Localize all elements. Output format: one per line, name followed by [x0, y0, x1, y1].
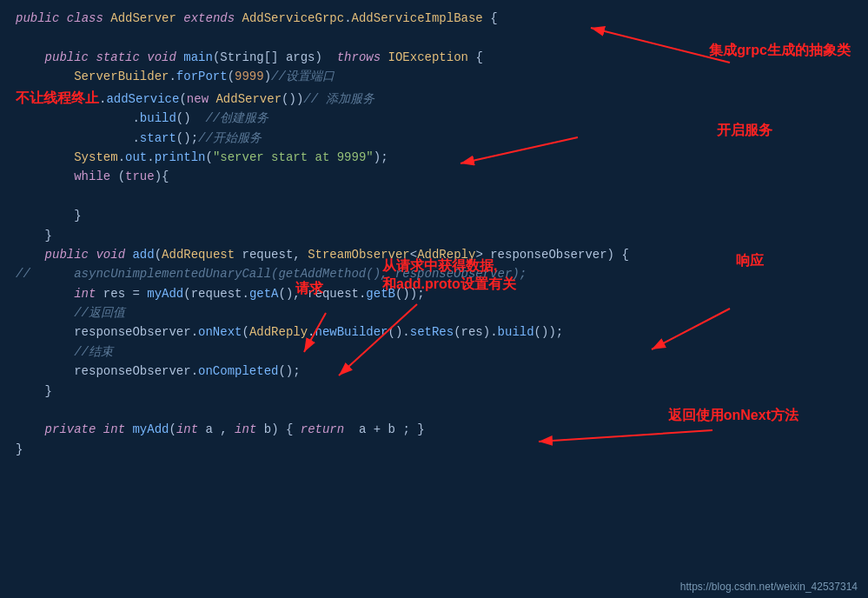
code-line-22: private int myAdd(int a , int b) { retur…	[16, 420, 859, 439]
code-line-15: int res = myAdd(request.getA(), request.…	[16, 284, 859, 303]
code-line-1: public class AddServer extends AddServic…	[16, 9, 859, 28]
code-line-23: }	[16, 440, 859, 459]
url-label: https://blog.csdn.net/weixin_42537314	[680, 581, 858, 593]
code-line-10	[16, 187, 859, 206]
code-area: public class AddServer extends AddServic…	[0, 0, 868, 598]
code-line-8: System.out.println("server start at 9999…	[16, 148, 859, 167]
code-line-19: responseObserver.onCompleted();	[16, 362, 859, 381]
code-line-20: }	[16, 382, 859, 401]
code-line-16: //返回值	[16, 303, 859, 322]
code-line-14: // asyncUnimplementedUnaryCall(getAddMet…	[16, 264, 859, 283]
code-line-7: .start();//开始服务	[16, 129, 859, 148]
code-line-6: .build() //创建服务	[16, 109, 859, 128]
code-line-2	[16, 28, 859, 47]
code-line-11: }	[16, 206, 859, 225]
code-line-4: ServerBuilder.forPort(9999)//设置端口	[16, 67, 859, 86]
code-line-5: 不让线程终止.addService(new AddServer())// 添加服…	[16, 87, 859, 110]
code-line-21	[16, 401, 859, 420]
code-line-13: public void add(AddRequest request, Stre…	[16, 245, 859, 264]
code-line-3: public static void main(String[] args) t…	[16, 48, 859, 67]
code-line-9: while (true){	[16, 167, 859, 186]
code-line-18: //结束	[16, 342, 859, 362]
code-line-17: responseObserver.onNext(AddReply.newBuil…	[16, 322, 859, 342]
code-line-12: }	[16, 226, 859, 245]
